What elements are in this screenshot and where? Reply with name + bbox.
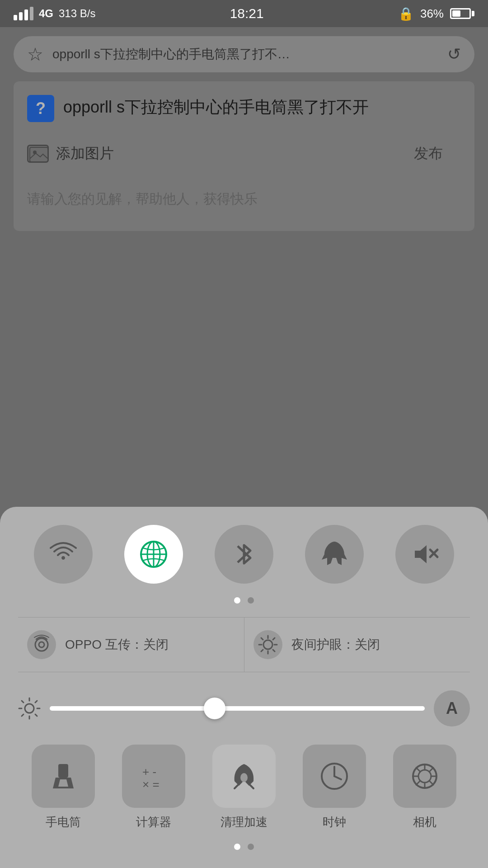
bluetooth-toggle[interactable] [215,525,273,584]
svg-line-46 [416,781,420,785]
flashlight-item[interactable]: 手电筒 [32,745,95,830]
night-mode-icon [253,630,282,659]
clock-item[interactable]: 时钟 [303,745,366,830]
svg-point-38 [418,770,431,783]
auto-brightness-button[interactable]: A [434,690,470,726]
clock-button[interactable] [303,745,366,808]
status-left: 4G 313 B/s [14,7,95,20]
svg-line-27 [22,714,23,716]
svg-line-16 [273,650,275,651]
speedup-item[interactable]: 清理加速 [212,745,276,830]
brightness-slider[interactable] [50,706,425,711]
svg-line-24 [22,701,23,703]
globe-icon [138,539,169,570]
airplane-icon [320,540,349,569]
page-dots-2 [18,844,470,850]
flashlight-button[interactable] [32,745,95,808]
signal-icon [14,7,33,20]
camera-item[interactable]: 相机 [393,745,456,830]
dot2-1 [234,844,240,850]
feature-row: OPPO 互传：关闭 夜间护眼：关闭 [18,617,470,672]
oppo-share-toggle[interactable]: OPPO 互传：关闭 [18,618,244,672]
status-right: 🔒 36% [398,6,474,21]
silent-icon [410,540,439,569]
camera-label: 相机 [413,814,436,830]
dot-2 [248,597,254,604]
data-toggle[interactable] [124,525,183,584]
wifi-icon [49,540,78,569]
calculator-item[interactable]: + - × = 计算器 [122,745,185,830]
svg-line-18 [261,650,263,651]
svg-line-43 [416,768,420,771]
speedup-button[interactable] [212,745,276,808]
camera-button[interactable] [393,745,456,808]
svg-text:+  -: + - [142,765,156,778]
calculator-button[interactable]: + - × = [122,745,185,808]
svg-point-10 [263,640,272,649]
silent-toggle[interactable] [395,525,454,584]
quick-actions: 手电筒 + - × = 计算器 清理加速 [18,745,470,830]
svg-line-15 [261,638,263,640]
svg-line-26 [35,701,37,703]
oppo-share-label: OPPO 互传：关闭 [65,636,169,653]
dot2-2 [248,844,254,850]
calculator-label: 计算器 [136,814,171,830]
night-mode-label: 夜间护眼：关闭 [291,636,380,653]
brightness-row: A [18,690,470,726]
svg-text:×  =: × = [142,778,160,791]
svg-line-36 [334,776,341,779]
battery-percent: 36% [420,7,444,21]
clock-label: 时钟 [323,814,346,830]
svg-point-19 [25,704,34,713]
speedup-label: 清理加速 [221,814,267,830]
lock-icon: 🔒 [398,6,414,21]
svg-line-44 [430,781,433,785]
airplane-toggle[interactable] [305,525,364,584]
svg-point-9 [39,642,44,647]
brightness-thumb[interactable] [204,698,225,719]
network-type: 4G [39,7,53,20]
status-time: 18:21 [230,6,264,21]
svg-rect-28 [58,764,68,778]
status-bar: 4G 313 B/s 18:21 🔒 36% [0,0,488,27]
svg-line-17 [273,638,275,640]
svg-point-33 [240,773,248,782]
flashlight-label: 手电筒 [46,814,81,830]
control-center: OPPO 互传：关闭 夜间护眼：关闭 [0,507,488,868]
wifi-toggle[interactable] [34,525,93,584]
dot-1 [234,597,240,604]
toggle-row [18,525,470,584]
svg-line-25 [35,714,37,716]
bluetooth-icon [231,540,257,569]
network-speed: 313 B/s [59,7,95,20]
oppo-share-icon [27,630,56,659]
svg-point-8 [35,638,48,651]
page-dots-1 [18,597,470,604]
night-mode-toggle[interactable]: 夜间护眼：关闭 [244,618,470,672]
svg-line-45 [430,768,433,771]
battery-icon [450,8,474,19]
brightness-icon [18,697,41,720]
